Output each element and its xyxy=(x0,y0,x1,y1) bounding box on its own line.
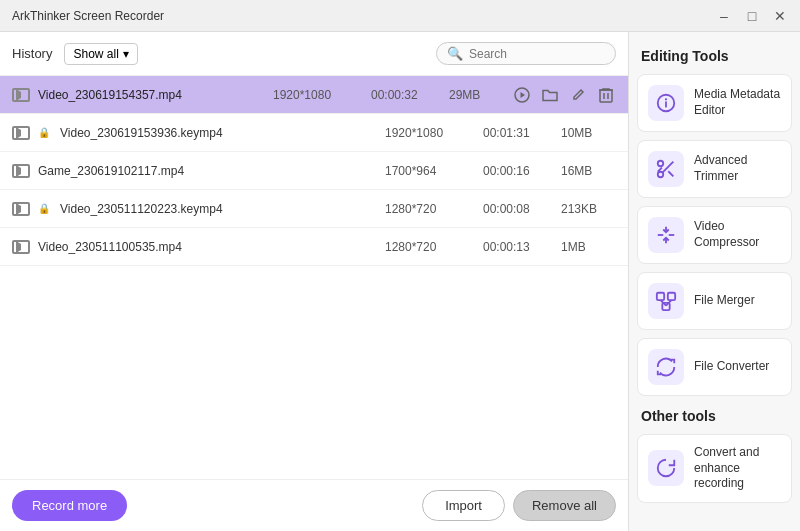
file-row[interactable]: 🔒Video_230619153936.keymp41920*108000:01… xyxy=(0,114,628,152)
tool-advanced-trimmer[interactable]: AdvancedTrimmer xyxy=(637,140,792,198)
media-metadata-editor-icon-wrap xyxy=(648,85,684,121)
titlebar: ArkThinker Screen Recorder – □ ✕ xyxy=(0,0,800,32)
media-metadata-editor-label: Media MetadataEditor xyxy=(694,87,780,118)
toolbar: History Show all ▾ 🔍 xyxy=(0,32,628,76)
remove-all-button[interactable]: Remove all xyxy=(513,490,616,521)
file-duration: 00:01:31 xyxy=(483,126,553,140)
compress-icon xyxy=(655,224,677,246)
svg-rect-19 xyxy=(668,293,675,300)
file-video-icon xyxy=(12,164,30,178)
search-icon: 🔍 xyxy=(447,46,463,61)
info-circle-icon xyxy=(655,92,677,114)
svg-rect-18 xyxy=(657,293,664,300)
app-title: ArkThinker Screen Recorder xyxy=(12,9,164,23)
enhance-icon xyxy=(655,457,677,479)
file-size: 16MB xyxy=(561,164,616,178)
other-tools-title: Other tools xyxy=(637,408,792,424)
editing-tools-title: Editing Tools xyxy=(637,48,792,64)
file-duration: 00:00:13 xyxy=(483,240,553,254)
minimize-button[interactable]: – xyxy=(712,6,736,26)
file-duration: 00:00:32 xyxy=(371,88,441,102)
file-resolution: 1280*720 xyxy=(385,240,475,254)
import-button[interactable]: Import xyxy=(422,490,505,521)
svg-line-12 xyxy=(668,171,673,176)
video-compressor-icon-wrap xyxy=(648,217,684,253)
file-merger-label: File Merger xyxy=(694,293,755,309)
file-list: Video_230619154357.mp41920*108000:00:322… xyxy=(0,76,628,479)
file-actions xyxy=(512,85,616,105)
svg-marker-1 xyxy=(521,92,526,98)
file-row[interactable]: 🔒Video_230511120223.keymp41280*72000:00:… xyxy=(0,190,628,228)
right-panel: Editing Tools Media MetadataEditor xyxy=(628,32,800,531)
tool-convert-enhance[interactable]: Convert and enhance recording xyxy=(637,434,792,503)
open-folder-button[interactable] xyxy=(540,85,560,105)
tool-media-metadata-editor[interactable]: Media MetadataEditor xyxy=(637,74,792,132)
svg-point-10 xyxy=(658,172,664,178)
history-label: History xyxy=(12,46,52,61)
file-converter-label: File Converter xyxy=(694,359,769,375)
file-video-icon xyxy=(12,88,30,102)
file-merger-icon-wrap xyxy=(648,283,684,319)
left-panel: History Show all ▾ 🔍 Video_230619154357.… xyxy=(0,32,628,531)
bottom-bar: Record more Import Remove all xyxy=(0,479,628,531)
search-box[interactable]: 🔍 xyxy=(436,42,616,65)
file-size: 213KB xyxy=(561,202,616,216)
file-row[interactable]: Video_230511100535.mp41280*72000:00:131M… xyxy=(0,228,628,266)
play-button[interactable] xyxy=(512,85,532,105)
file-resolution: 1920*1080 xyxy=(273,88,363,102)
file-resolution: 1920*1080 xyxy=(385,126,475,140)
file-size: 10MB xyxy=(561,126,616,140)
file-duration: 00:00:16 xyxy=(483,164,553,178)
chevron-down-icon: ▾ xyxy=(123,47,129,61)
advanced-trimmer-icon-wrap xyxy=(648,151,684,187)
search-input[interactable] xyxy=(469,47,605,61)
advanced-trimmer-label: AdvancedTrimmer xyxy=(694,153,747,184)
file-video-icon xyxy=(12,202,30,216)
convert-enhance-icon-wrap xyxy=(648,450,684,486)
video-compressor-label: VideoCompressor xyxy=(694,219,759,250)
file-video-icon xyxy=(12,240,30,254)
filter-value: Show all xyxy=(73,47,118,61)
delete-button[interactable] xyxy=(596,85,616,105)
svg-rect-2 xyxy=(600,90,612,102)
convert-enhance-label: Convert and enhance recording xyxy=(694,445,781,492)
file-row[interactable]: Game_230619102117.mp41700*96400:00:1616M… xyxy=(0,152,628,190)
record-more-button[interactable]: Record more xyxy=(12,490,127,521)
file-name: Video_230619154357.mp4 xyxy=(38,88,265,102)
filter-select[interactable]: Show all ▾ xyxy=(64,43,137,65)
window-controls: – □ ✕ xyxy=(712,6,792,26)
convert-icon xyxy=(655,356,677,378)
file-name: Game_230619102117.mp4 xyxy=(38,164,377,178)
file-video-icon xyxy=(12,126,30,140)
close-button[interactable]: ✕ xyxy=(768,6,792,26)
maximize-button[interactable]: □ xyxy=(740,6,764,26)
scissors-icon xyxy=(655,158,677,180)
file-duration: 00:00:08 xyxy=(483,202,553,216)
file-resolution: 1700*964 xyxy=(385,164,475,178)
file-name: Video_230619153936.keymp4 xyxy=(60,126,377,140)
file-name: Video_230511120223.keymp4 xyxy=(60,202,377,216)
edit-button[interactable] xyxy=(568,85,588,105)
merge-icon xyxy=(655,290,677,312)
svg-point-9 xyxy=(658,161,664,167)
file-size: 1MB xyxy=(561,240,616,254)
tool-file-merger[interactable]: File Merger xyxy=(637,272,792,330)
file-name: Video_230511100535.mp4 xyxy=(38,240,377,254)
lock-icon: 🔒 xyxy=(38,127,50,138)
tool-video-compressor[interactable]: VideoCompressor xyxy=(637,206,792,264)
main-container: History Show all ▾ 🔍 Video_230619154357.… xyxy=(0,32,800,531)
file-converter-icon-wrap xyxy=(648,349,684,385)
lock-icon: 🔒 xyxy=(38,203,50,214)
file-row[interactable]: Video_230619154357.mp41920*108000:00:322… xyxy=(0,76,628,114)
file-resolution: 1280*720 xyxy=(385,202,475,216)
file-size: 29MB xyxy=(449,88,504,102)
tool-file-converter[interactable]: File Converter xyxy=(637,338,792,396)
